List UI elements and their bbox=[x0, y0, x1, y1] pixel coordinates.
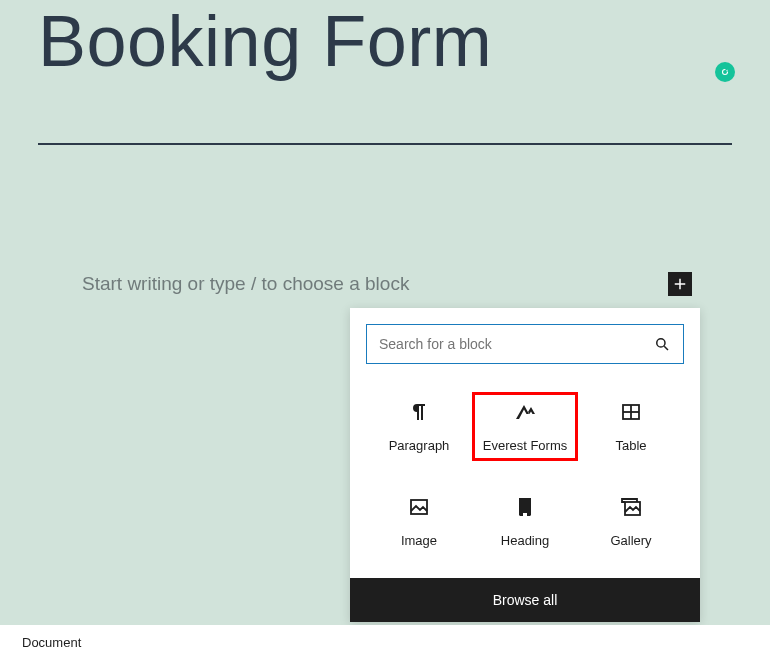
add-block-button[interactable] bbox=[668, 272, 692, 296]
block-label: Heading bbox=[501, 533, 549, 548]
title-divider bbox=[38, 143, 732, 145]
block-label: Gallery bbox=[610, 533, 651, 548]
block-everest-forms[interactable]: Everest Forms bbox=[472, 392, 578, 461]
svg-line-1 bbox=[664, 346, 668, 350]
search-box[interactable] bbox=[366, 324, 684, 364]
block-image[interactable]: Image bbox=[366, 487, 472, 556]
svg-point-0 bbox=[657, 339, 665, 347]
breadcrumb-document[interactable]: Document bbox=[22, 635, 81, 650]
block-gallery[interactable]: Gallery bbox=[578, 487, 684, 556]
footer-breadcrumb: Document bbox=[0, 625, 770, 659]
block-label: Table bbox=[615, 438, 646, 453]
block-label: Paragraph bbox=[389, 438, 450, 453]
search-wrap bbox=[350, 308, 700, 380]
block-placeholder-row: Start writing or type / to choose a bloc… bbox=[82, 272, 692, 296]
table-icon bbox=[619, 400, 643, 424]
image-icon bbox=[407, 495, 431, 519]
paragraph-icon bbox=[407, 400, 431, 424]
block-inserter-panel: Paragraph Everest Forms Table Image bbox=[350, 308, 700, 622]
search-icon bbox=[653, 335, 671, 353]
grammarly-icon[interactable] bbox=[715, 62, 735, 82]
browse-all-button[interactable]: Browse all bbox=[350, 578, 700, 622]
block-paragraph[interactable]: Paragraph bbox=[366, 392, 472, 461]
page-title[interactable]: Booking Form bbox=[0, 0, 770, 83]
block-heading[interactable]: Heading bbox=[472, 487, 578, 556]
search-input[interactable] bbox=[379, 336, 645, 352]
block-table[interactable]: Table bbox=[578, 392, 684, 461]
gallery-icon bbox=[619, 495, 643, 519]
svg-rect-5 bbox=[411, 500, 427, 514]
block-label: Everest Forms bbox=[483, 438, 568, 453]
block-label: Image bbox=[401, 533, 437, 548]
editor-canvas: Booking Form Start writing or type / to … bbox=[0, 0, 770, 625]
heading-icon bbox=[513, 495, 537, 519]
blocks-grid: Paragraph Everest Forms Table Image bbox=[350, 380, 700, 578]
everest-forms-icon bbox=[513, 400, 537, 424]
writing-prompt[interactable]: Start writing or type / to choose a bloc… bbox=[82, 273, 409, 295]
